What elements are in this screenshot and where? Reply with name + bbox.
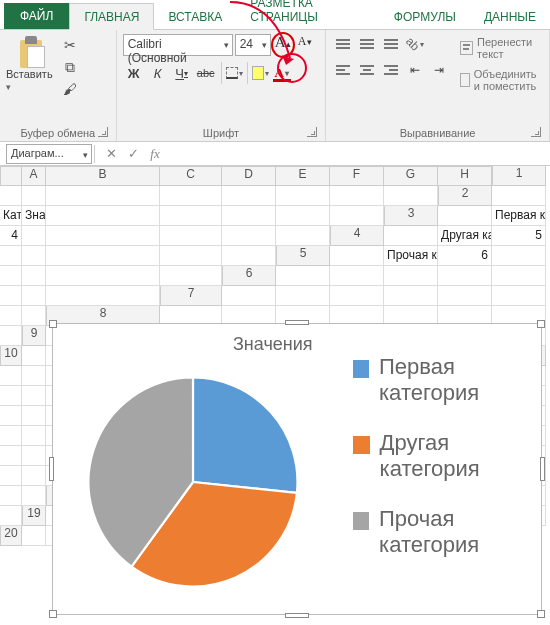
name-box[interactable]: Диаграм... ▾ (6, 144, 92, 164)
cell[interactable] (0, 426, 22, 446)
chart-handle[interactable] (285, 613, 309, 618)
cell[interactable] (222, 246, 276, 266)
copy-icon[interactable]: ⧉ (60, 58, 80, 76)
cell[interactable] (46, 246, 160, 266)
cut-icon[interactable]: ✂ (60, 36, 80, 54)
italic-button[interactable]: К (147, 62, 169, 84)
cell[interactable]: Категории (0, 206, 22, 226)
cell[interactable] (276, 286, 330, 306)
cell[interactable] (22, 366, 46, 386)
align-top-button[interactable] (332, 34, 354, 54)
row-header[interactable]: 20 (0, 526, 22, 546)
col-header[interactable]: D (222, 166, 276, 186)
cell[interactable] (0, 366, 22, 386)
row-header[interactable]: 7 (160, 286, 222, 306)
alignment-dialog-launcher[interactable] (531, 127, 541, 137)
chart-title[interactable]: Значения (233, 334, 313, 355)
cell[interactable] (0, 286, 22, 306)
tab-home[interactable]: ГЛАВНАЯ (69, 3, 154, 30)
cell[interactable] (22, 246, 46, 266)
cell[interactable]: Другая категория (438, 226, 492, 246)
col-header[interactable]: H (438, 166, 492, 186)
cell[interactable] (276, 266, 330, 286)
row-header[interactable]: 3 (384, 206, 438, 226)
cell[interactable] (22, 426, 46, 446)
cell[interactable] (160, 246, 222, 266)
tab-data[interactable]: ДАННЫЕ (470, 4, 550, 29)
cell[interactable] (0, 446, 22, 466)
cell[interactable] (46, 206, 160, 226)
cell[interactable] (46, 226, 160, 246)
chart-handle[interactable] (537, 320, 545, 328)
paste-button[interactable]: Вставить (6, 34, 56, 98)
cell[interactable] (0, 246, 22, 266)
cell[interactable]: Прочая категория (384, 246, 438, 266)
chart-handle[interactable] (49, 610, 57, 618)
cell[interactable] (22, 286, 46, 306)
row-header[interactable]: 9 (22, 326, 46, 346)
cell[interactable] (0, 326, 22, 346)
tab-insert[interactable]: ВСТАВКА (154, 4, 236, 29)
cell[interactable]: 6 (438, 246, 492, 266)
align-left-button[interactable] (332, 60, 354, 80)
cell[interactable] (22, 306, 46, 326)
clipboard-dialog-launcher[interactable] (98, 127, 108, 137)
cell[interactable] (22, 346, 46, 366)
format-painter-icon[interactable]: 🖌 (60, 80, 80, 98)
cell[interactable] (384, 266, 438, 286)
cell[interactable] (0, 486, 22, 506)
cell[interactable] (0, 466, 22, 486)
cell[interactable] (276, 226, 330, 246)
row-header[interactable]: 2 (438, 186, 492, 206)
increase-indent-button[interactable]: ⇥ (428, 60, 450, 80)
cell[interactable] (22, 526, 46, 546)
formula-input[interactable] (166, 144, 550, 164)
col-header[interactable]: B (46, 166, 160, 186)
cell[interactable] (492, 246, 546, 266)
chart-handle[interactable] (49, 320, 57, 328)
bold-button[interactable]: Ж (123, 62, 145, 84)
cell[interactable] (222, 286, 276, 306)
cell[interactable] (46, 186, 160, 206)
row-header[interactable]: 6 (222, 266, 276, 286)
cell[interactable] (0, 186, 22, 206)
col-header[interactable]: E (276, 166, 330, 186)
select-all-corner[interactable] (0, 166, 22, 186)
cell[interactable]: 5 (492, 226, 546, 246)
chart-handle[interactable] (285, 320, 309, 325)
row-header[interactable]: 19 (22, 506, 46, 526)
legend-item[interactable]: Другая категория (353, 430, 541, 482)
cell[interactable] (492, 286, 546, 306)
enter-formula-button[interactable]: ✓ (122, 146, 144, 161)
font-name-combo[interactable]: Calibri (Основной ▾ (123, 34, 233, 56)
merge-center-button[interactable]: Объединить и поместить (460, 68, 543, 92)
cell[interactable] (0, 506, 22, 526)
cell[interactable] (0, 386, 22, 406)
chart-legend[interactable]: Первая категория Другая категория Прочая… (353, 354, 541, 558)
row-header[interactable]: 10 (0, 346, 22, 366)
cell[interactable] (330, 186, 384, 206)
cell[interactable] (46, 286, 160, 306)
cell[interactable] (438, 206, 492, 226)
cell[interactable] (492, 186, 546, 206)
align-bottom-button[interactable] (380, 34, 402, 54)
decrease-indent-button[interactable]: ⇤ (404, 60, 426, 80)
cell[interactable]: Значения (22, 206, 46, 226)
font-color-button[interactable] (271, 62, 293, 84)
row-header[interactable]: 1 (492, 166, 546, 186)
cell[interactable] (22, 446, 46, 466)
align-center-button[interactable] (356, 60, 378, 80)
cell[interactable] (276, 186, 330, 206)
row-header[interactable]: 5 (276, 246, 330, 266)
tab-file[interactable]: ФАЙЛ (4, 3, 69, 29)
cell[interactable] (438, 266, 492, 286)
cell[interactable] (22, 486, 46, 506)
decrease-font-size-button[interactable]: A▾ (295, 34, 315, 56)
cell[interactable] (330, 266, 384, 286)
col-header[interactable]: C (160, 166, 222, 186)
col-header[interactable]: G (384, 166, 438, 186)
cell[interactable] (384, 186, 438, 206)
cell[interactable] (222, 186, 276, 206)
align-middle-button[interactable] (356, 34, 378, 54)
cell[interactable] (22, 266, 46, 286)
